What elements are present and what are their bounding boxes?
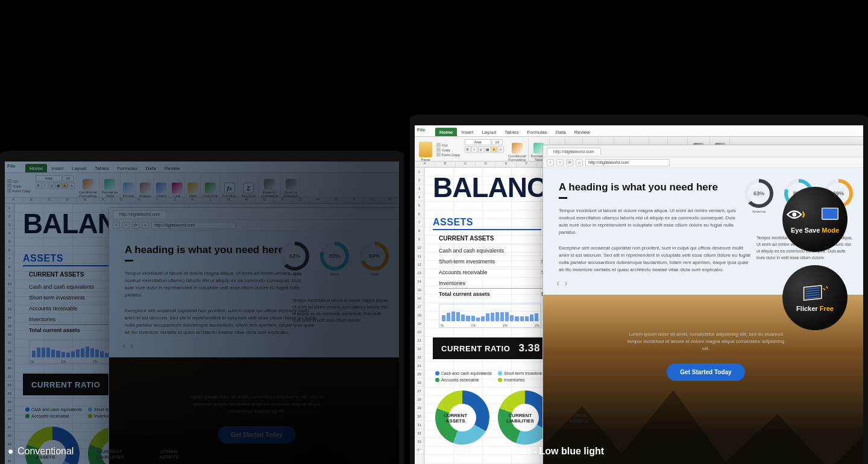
cta-description: Lorem ipsum dolor sit amet, consectetur …	[183, 393, 331, 415]
bullet-icon	[418, 450, 423, 454]
ribbon-group[interactable]: Zoom to Selection	[281, 174, 301, 198]
cut-button[interactable]: Cut	[436, 143, 460, 147]
bold-button[interactable]: B	[465, 146, 471, 152]
asset-rows: Cash and cash equivalents$373,Short-term…	[439, 245, 559, 299]
page-para-2: Excepteur sint occaecat cupidatat non pr…	[559, 245, 752, 274]
font-group: Arial10 BIU▦AA	[34, 174, 77, 198]
copy-button[interactable]: Copy	[436, 148, 460, 152]
ribbon-group[interactable]: Charts	[154, 174, 169, 198]
get-started-button[interactable]: Get Started Today	[218, 426, 295, 444]
tab-formulas[interactable]: Formulas	[113, 164, 141, 172]
tab-insert[interactable]: Insert	[457, 128, 477, 136]
ribbon-group[interactable]: Expand / contraction	[259, 174, 281, 198]
chevron-right-icon[interactable]: ›	[564, 278, 567, 289]
subsection-current-assets: CURRENT ASSETS	[439, 235, 494, 242]
table-row: Short-term investments$1,517,	[439, 256, 559, 266]
bold-button[interactable]: B	[36, 183, 42, 189]
copy-button[interactable]: Copy	[7, 184, 31, 188]
underline-button[interactable]: U	[478, 146, 484, 152]
font-select[interactable]: Arial	[36, 175, 62, 181]
forward-icon[interactable]: ›	[122, 222, 130, 229]
size-select[interactable]: 10	[492, 139, 503, 145]
chevron-left-icon[interactable]: ‹	[556, 278, 559, 289]
font-select[interactable]: Arial	[465, 139, 491, 145]
chevron-left-icon[interactable]: ‹	[122, 340, 125, 351]
get-started-button[interactable]: Get Started Today	[667, 363, 744, 381]
tab-review[interactable]: Review	[570, 128, 594, 136]
ribbon-group[interactable]: fxFunction	[221, 174, 239, 198]
table-row: Total current assets$4,253,	[439, 288, 559, 299]
cut-button[interactable]: Cut	[7, 179, 31, 183]
ribbon-file[interactable]: File	[417, 127, 426, 133]
border-button[interactable]: ▦	[55, 183, 61, 189]
page-para-2: Excepteur sint occaecat cupidatat non pr…	[125, 307, 318, 336]
home-icon[interactable]: ⌂	[142, 222, 149, 229]
tab-layout[interactable]: Layout	[68, 164, 90, 172]
browser-window: http://digitalworld.com ‹ › ⟳ ⌂ http://d…	[108, 207, 399, 464]
ring-chart: 63%America	[744, 179, 773, 213]
browser-tab[interactable]: http://digitalworld.com	[113, 210, 167, 218]
ribbon-group[interactable]: Outcome	[201, 174, 220, 198]
ribbon-tabs: Home Insert Layout Tables Formulas Data …	[5, 161, 399, 172]
bullet-icon	[8, 450, 13, 454]
tab-insert[interactable]: Insert	[47, 164, 68, 172]
tab-formulas[interactable]: Formulas	[523, 128, 551, 136]
tab-tables[interactable]: Tables	[90, 164, 113, 172]
border-button[interactable]: ▦	[485, 146, 491, 152]
address-bar[interactable]: http://digitalworld.com	[151, 222, 236, 229]
fill-button[interactable]: A	[491, 146, 497, 152]
chevron-right-icon[interactable]: ›	[130, 340, 133, 351]
home-icon[interactable]: ⌂	[576, 159, 583, 166]
ribbon-group[interactable]: Shapes	[137, 174, 153, 198]
tab-layout[interactable]: Layout	[477, 128, 500, 136]
clipboard-group: Cut Copy Form Copy	[7, 174, 33, 198]
color-button[interactable]: A	[69, 183, 75, 189]
address-bar[interactable]: http://digitalworld.com	[585, 159, 670, 166]
form-copy-button[interactable]: Form Copy	[7, 189, 31, 193]
flicker-free-badge: Flicker Free	[782, 265, 848, 330]
paste-icon[interactable]	[419, 142, 432, 157]
table-row: Inventories$445,	[439, 277, 559, 288]
ribbon-group[interactable]: Picture	[121, 174, 137, 198]
carousel-arrows[interactable]: ‹›	[122, 340, 134, 351]
tab-home[interactable]: Home	[25, 164, 47, 172]
italic-button[interactable]: I	[471, 146, 477, 152]
ribbon-group[interactable]: Conditional Formatting	[77, 174, 99, 198]
column-headers: ABCDEFGHIJKLMNOPQRSTUV	[5, 198, 399, 204]
italic-button[interactable]: I	[42, 183, 48, 189]
page-para-1: Tempor incididunt ut labore et dolore ma…	[125, 270, 306, 299]
carousel-arrows[interactable]: ‹›	[556, 278, 568, 289]
fill-button[interactable]: A	[62, 183, 68, 189]
ribbon-group[interactable]: Line	[170, 174, 185, 198]
back-icon[interactable]: ‹	[547, 159, 554, 166]
row-headers: 1234567891011121314151617181920212223242…	[5, 204, 14, 464]
tab-review[interactable]: Review	[160, 164, 184, 172]
back-icon[interactable]: ‹	[113, 222, 120, 229]
ribbon-group[interactable]: ΣAutoSum	[239, 174, 259, 198]
tab-tables[interactable]: Tables	[500, 128, 523, 136]
tab-data[interactable]: Data	[552, 128, 570, 136]
donut-chart: CURRENTASSETS	[435, 390, 489, 445]
tab-home[interactable]: Home	[435, 128, 457, 136]
size-select[interactable]: 10	[63, 175, 74, 181]
caption-left: Conventional	[8, 446, 74, 457]
ribbon-group[interactable]: Heat	[186, 174, 201, 198]
monitor-left: File Home Insert Layout Tables Formulas …	[0, 151, 404, 464]
ring-chart: 69%Asia	[360, 242, 389, 276]
ribbon-group[interactable]: Format as Table	[100, 174, 121, 198]
ribbon-group[interactable]: Conditional Formatting	[506, 138, 529, 161]
form-copy-button[interactable]: Form Copy	[436, 152, 460, 157]
table-row: Cash and cash equivalents$373,	[439, 245, 559, 256]
tab-data[interactable]: Data	[142, 164, 160, 172]
underline-button[interactable]: U	[49, 183, 55, 189]
forward-icon[interactable]: ›	[556, 159, 564, 166]
page-para-1: Tempor incididunt ut labore et dolore ma…	[559, 207, 740, 236]
donut-legend: Cash and cash equivalentsShort-term Inve…	[435, 371, 548, 382]
ribbon-file[interactable]: File	[7, 163, 16, 169]
color-button[interactable]: A	[498, 146, 504, 152]
browser-tab[interactable]: http://digitalworld.com	[547, 148, 601, 155]
reload-icon[interactable]: ⟳	[132, 222, 139, 229]
reload-icon[interactable]: ⟳	[566, 159, 573, 166]
ratio-value: 3.38	[518, 342, 540, 354]
section-assets: ASSETS	[433, 217, 541, 230]
